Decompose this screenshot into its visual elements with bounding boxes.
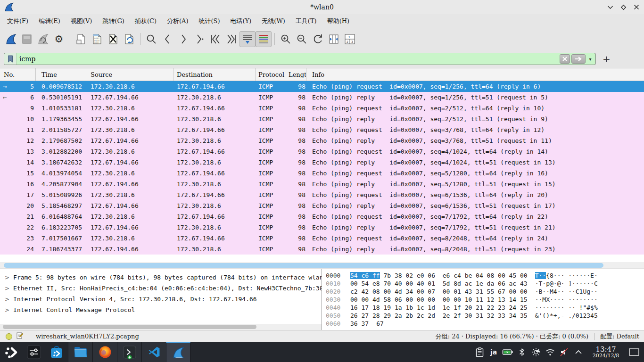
- expander-icon[interactable]: >: [5, 307, 9, 313]
- zoom-in-button[interactable]: [278, 31, 294, 47]
- packet-list-hscrollbar[interactable]: [0, 262, 644, 269]
- packet-row[interactable]: 101.179363455172.67.194.66172.30.218.6IC…: [0, 114, 644, 124]
- filter-apply-button[interactable]: [571, 54, 586, 64]
- hex-row[interactable]: 003000 00 4d 58 06 00 00 00 00 00 10 11 …: [326, 296, 644, 304]
- filter-dropdown-caret[interactable]: ▾: [587, 57, 594, 62]
- profile-label[interactable]: 配置: Default: [600, 332, 639, 341]
- volume-muted-tray-icon[interactable]: [557, 347, 571, 357]
- clipboard-tray-icon[interactable]: [472, 347, 487, 357]
- layout-button[interactable]: 123: [342, 31, 358, 47]
- input-method-indicator[interactable]: ja: [487, 348, 501, 356]
- restart-capture-button[interactable]: [35, 31, 51, 47]
- taskbar-wireshark-button[interactable]: [166, 342, 190, 362]
- open-capture-file-button[interactable]: [73, 31, 89, 47]
- packet-row[interactable]: 112.011585727172.30.218.6172.67.194.66IC…: [0, 124, 644, 135]
- packet-row[interactable]: 205.185468297172.67.194.66172.30.218.6IC…: [0, 200, 644, 211]
- taskbar-vscode-button[interactable]: [141, 342, 166, 362]
- display-filter-input[interactable]: [17, 55, 560, 63]
- hex-row[interactable]: 001000 54 e8 70 40 00 40 01 5d 8d ac 1e …: [326, 280, 644, 288]
- hex-row[interactable]: 005026 27 28 29 2a 2b 2c 2d 2e 2f 30 31 …: [326, 312, 644, 320]
- settings-button[interactable]: [23, 342, 45, 362]
- detail-line-3[interactable]: >Internet Control Message Protocol: [0, 304, 322, 315]
- taskbar-file-manager-button[interactable]: [68, 342, 92, 362]
- expert-info-icon[interactable]: [6, 333, 12, 340]
- detail-line-0[interactable]: >Frame 5: 98 bytes on wire (784 bits), 9…: [0, 272, 322, 283]
- app-launcher-button[interactable]: [0, 342, 23, 362]
- expander-icon[interactable]: >: [5, 296, 9, 303]
- column-header-time[interactable]: Time: [36, 68, 87, 81]
- expander-icon[interactable]: >: [5, 274, 9, 281]
- menu-item-5[interactable]: 分析(A): [162, 15, 194, 27]
- column-header-proto[interactable]: Protocol: [256, 68, 285, 81]
- normal-size-button[interactable]: [310, 31, 326, 47]
- packet-row[interactable]: 122.179687502172.67.194.66172.30.218.6IC…: [0, 135, 644, 146]
- bluetooth-tray-icon[interactable]: [515, 347, 529, 357]
- menu-item-2[interactable]: 视图(V): [66, 15, 98, 27]
- colorize-toggle[interactable]: [256, 31, 272, 47]
- resize-columns-button[interactable]: [326, 31, 342, 47]
- go-last-packet-button[interactable]: [223, 31, 239, 47]
- maximize-button[interactable]: [619, 3, 627, 11]
- show-desktop-button[interactable]: [626, 348, 642, 356]
- go-previous-button[interactable]: [159, 31, 175, 47]
- hex-row[interactable]: 004016 17 18 19 1a 1b 1c 1d 1e 1f 20 21 …: [326, 304, 644, 312]
- packet-row[interactable]: 154.013974054172.30.218.6172.67.194.66IC…: [0, 168, 644, 179]
- go-next-button[interactable]: [175, 31, 191, 47]
- software-store-button[interactable]: [45, 342, 68, 362]
- column-header-dst[interactable]: Destination: [173, 68, 256, 81]
- go-to-packet-button[interactable]: [191, 31, 207, 47]
- detail-line-1[interactable]: >Ethernet II, Src: HonHaiPrecis_c4:be:04…: [0, 283, 322, 294]
- scrollbar-thumb[interactable]: [4, 263, 603, 268]
- filter-clear-button[interactable]: [560, 54, 570, 64]
- menu-item-1[interactable]: 编辑(E): [33, 15, 66, 27]
- filter-bookmark-icon[interactable]: [4, 53, 17, 65]
- taskbar-clock[interactable]: 13:47 2024/12/8: [588, 346, 623, 359]
- reload-capture-file-button[interactable]: [121, 31, 137, 47]
- expander-icon[interactable]: >: [5, 285, 9, 292]
- filter-add-button[interactable]: +: [603, 53, 611, 65]
- taskbar-firefox-button[interactable]: [92, 342, 117, 362]
- packet-row[interactable]: 143.186742632172.67.194.66172.30.218.6IC…: [0, 157, 644, 168]
- find-packet-button[interactable]: [143, 31, 159, 47]
- column-header-len[interactable]: Length: [285, 68, 306, 81]
- menu-item-0[interactable]: 文件(F): [2, 15, 33, 27]
- menu-item-9[interactable]: 工具(T): [290, 15, 322, 27]
- menu-item-8[interactable]: 无线(W): [256, 15, 290, 27]
- save-capture-file-button[interactable]: 010101100011: [89, 31, 105, 47]
- detail-line-2[interactable]: >Internet Protocol Version 4, Src: 172.3…: [0, 294, 322, 304]
- packet-row[interactable]: 237.017501667172.30.218.6172.67.194.66IC…: [0, 233, 644, 244]
- packet-row[interactable]: 247.186743377172.67.194.66172.30.218.6IC…: [0, 244, 644, 255]
- tray-expand-icon[interactable]: [571, 350, 586, 354]
- hex-row[interactable]: 006036 3767: [326, 320, 644, 328]
- menu-item-6[interactable]: 统计(S): [194, 15, 225, 27]
- details-hscrollbar[interactable]: [0, 324, 322, 330]
- go-first-packet-button[interactable]: [207, 31, 223, 47]
- minimize-button[interactable]: [606, 3, 614, 11]
- menu-item-4[interactable]: 捕获(C): [130, 15, 162, 27]
- close-button[interactable]: [633, 3, 640, 11]
- wifi-tray-icon[interactable]: [543, 348, 557, 356]
- hex-row[interactable]: 0020c2 42 08 00 4d 34 00 07 00 01 43 31 …: [326, 288, 644, 296]
- taskbar-terminal-button[interactable]: [117, 342, 141, 362]
- capture-options-button[interactable]: ⚙: [51, 31, 67, 47]
- column-header-info[interactable]: Info: [306, 68, 644, 81]
- brightness-tray-icon[interactable]: [529, 347, 543, 357]
- close-capture-file-button[interactable]: [105, 31, 121, 47]
- packet-row[interactable]: 133.012882200172.30.218.6172.67.194.66IC…: [0, 146, 644, 157]
- packet-row[interactable]: 175.015089926172.30.218.6172.67.194.66IC…: [0, 189, 644, 200]
- battery-tray-icon[interactable]: [501, 347, 515, 357]
- packet-row[interactable]: 164.205877904172.67.194.66172.30.218.6IC…: [0, 179, 644, 189]
- menu-item-7[interactable]: 电话(Y): [225, 15, 257, 27]
- zoom-out-button[interactable]: [294, 31, 310, 47]
- packet-row[interactable]: 91.010533181172.30.218.6172.67.194.66ICM…: [0, 103, 644, 114]
- menu-item-10[interactable]: 帮助(H): [322, 15, 355, 27]
- column-header-no[interactable]: No.: [0, 68, 36, 81]
- packet-row[interactable]: ←60.530105191172.67.194.66172.30.218.6IC…: [0, 92, 644, 103]
- packet-row[interactable]: 216.016488764172.30.218.6172.67.194.66IC…: [0, 211, 644, 222]
- start-capture-button[interactable]: [3, 31, 19, 47]
- capture-comment-icon[interactable]: [16, 332, 24, 341]
- column-header-src[interactable]: Source: [87, 68, 173, 81]
- scrollbar-thumb[interactable]: [3, 325, 256, 329]
- packet-row[interactable]: 226.183223705172.67.194.66172.30.218.6IC…: [0, 222, 644, 233]
- stop-capture-button[interactable]: [19, 31, 35, 47]
